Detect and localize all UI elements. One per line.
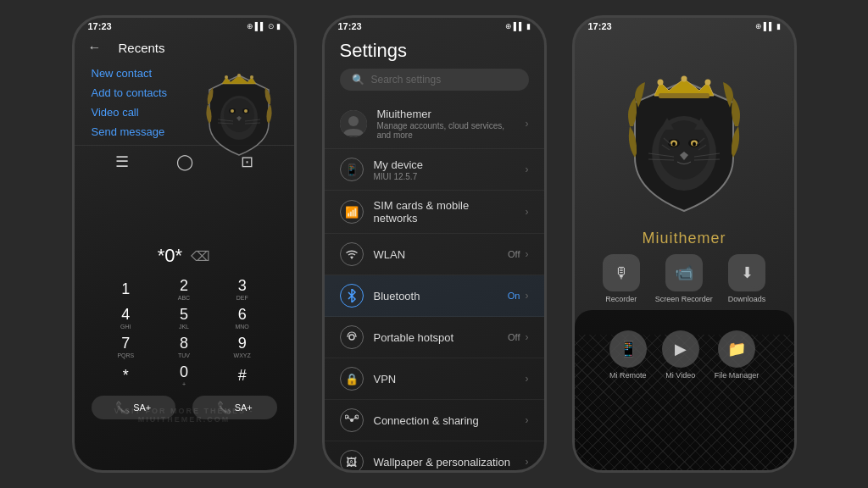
delete-icon[interactable]: ⌫ bbox=[191, 248, 210, 264]
svg-point-4 bbox=[224, 98, 254, 132]
dial-value: *0* bbox=[158, 245, 182, 267]
status-icons-2: ⊕ ▌▌ ▮ bbox=[505, 22, 531, 30]
status-time-1: 17:23 bbox=[88, 21, 112, 31]
settings-item-connection[interactable]: Connection & sharing › bbox=[325, 400, 544, 441]
battery-icon-3: ▮ bbox=[776, 22, 781, 30]
status-icons-1: ⊕ ▌▌ ⊙ ▮ bbox=[247, 22, 281, 30]
app-icon-mi-video[interactable]: ▶ Mi Video bbox=[662, 330, 699, 380]
dial-key-4[interactable]: 4GHI bbox=[99, 306, 153, 330]
hotspot-icon bbox=[340, 325, 364, 349]
bluetooth-icon-settings bbox=[340, 284, 364, 308]
nav-menu[interactable]: ☰ bbox=[115, 152, 129, 171]
settings-item-sim[interactable]: 📶 SIM cards & mobile networks › bbox=[325, 191, 544, 234]
recorder-label: Recorder bbox=[605, 295, 637, 303]
chevron-icon-device: › bbox=[526, 164, 529, 175]
sim-icon: 📶 bbox=[340, 200, 364, 224]
call-btn-2[interactable]: 📞 SA+ bbox=[192, 396, 277, 419]
wlan-status: Off bbox=[508, 249, 520, 259]
svg-point-21 bbox=[658, 80, 664, 86]
dial-key-7[interactable]: 7PQRS bbox=[99, 335, 153, 358]
svg-point-2 bbox=[250, 75, 253, 79]
status-bar-1: 17:23 ⊕ ▌▌ ⊙ ▮ bbox=[75, 18, 294, 35]
chevron-icon-sim: › bbox=[526, 206, 529, 218]
wifi-icon: ⊙ bbox=[268, 22, 275, 30]
svg-rect-24 bbox=[659, 93, 709, 98]
app-icon-screen-recorder[interactable]: 📹 Screen Recorder bbox=[655, 254, 713, 303]
app-icon-downloads[interactable]: ⬇ Downloads bbox=[728, 254, 766, 303]
phone-1: 17:23 ⊕ ▌▌ ⊙ ▮ ← Recents New contact Add… bbox=[72, 15, 297, 473]
nav-home[interactable]: ◯ bbox=[176, 152, 193, 171]
miuithemer-avatar bbox=[340, 110, 367, 137]
svg-point-23 bbox=[705, 80, 711, 86]
chevron-icon-bluetooth: › bbox=[526, 290, 529, 302]
chevron-icon-hotspot: › bbox=[526, 331, 529, 343]
call-label-2: SA+ bbox=[235, 402, 253, 413]
svg-point-15 bbox=[349, 335, 354, 340]
mi-remote-label: Mi Remote bbox=[609, 371, 647, 380]
wlan-text: WLAN bbox=[374, 248, 498, 261]
miuithemer-text: Miuithemer Manage accounts, cloud servic… bbox=[377, 108, 515, 140]
dial-key-star[interactable]: * bbox=[99, 363, 153, 387]
dial-bottom: 📞 SA+ 📞 SA+ bbox=[75, 396, 294, 419]
call-icon-1: 📞 bbox=[115, 401, 130, 414]
settings-item-bluetooth[interactable]: Bluetooth On › bbox=[325, 275, 544, 317]
app-icon-mi-remote[interactable]: 📱 Mi Remote bbox=[609, 330, 647, 380]
bluetooth-icon-3: ⊕ bbox=[755, 22, 762, 30]
signal-icon-2: ▌▌ bbox=[514, 22, 525, 30]
svg-point-1 bbox=[237, 74, 241, 77]
settings-item-miuithemer[interactable]: Miuithemer Manage accounts, cloud servic… bbox=[325, 99, 544, 149]
wlan-label: WLAN bbox=[374, 248, 498, 261]
search-bar[interactable]: 🔍 Search settings bbox=[340, 69, 529, 91]
screen-title: Recents bbox=[119, 41, 165, 55]
my-device-label: My device bbox=[374, 158, 515, 171]
settings-item-hotspot[interactable]: Portable hotspot Off › bbox=[325, 317, 544, 358]
dial-key-0[interactable]: 0+ bbox=[158, 363, 211, 387]
wallpaper-icon: 🖼 bbox=[340, 450, 364, 470]
dial-key-3[interactable]: 3DEF bbox=[215, 277, 269, 301]
settings-item-wlan[interactable]: WLAN Off › bbox=[325, 234, 544, 275]
svg-point-22 bbox=[682, 76, 687, 82]
dial-key-1[interactable]: 1 bbox=[99, 277, 153, 301]
wallpaper-text: Wallpaper & personalization bbox=[374, 456, 515, 469]
dial-key-8[interactable]: 8TUV bbox=[158, 335, 211, 358]
app-icon-file-manager[interactable]: 📁 File Manager bbox=[715, 330, 760, 380]
bottom-panel: 📱 Mi Remote ▶ Mi Video 📁 File Manager bbox=[575, 310, 794, 470]
status-bar-2: 17:23 ⊕ ▌▌ ▮ bbox=[325, 18, 544, 35]
dial-key-hash[interactable]: # bbox=[215, 363, 269, 387]
hotspot-right: Off › bbox=[508, 331, 528, 343]
home-tiger-area bbox=[575, 35, 794, 255]
svg-point-31 bbox=[672, 142, 676, 147]
phone1-content: ← Recents New contact Add to contacts Vi… bbox=[75, 35, 294, 470]
miuithemer-sub: Manage accounts, cloud services, and mor… bbox=[377, 121, 515, 140]
settings-list: Miuithemer Manage accounts, cloud servic… bbox=[325, 99, 544, 470]
svg-point-8 bbox=[244, 109, 248, 113]
call-label-1: SA+ bbox=[133, 402, 151, 413]
chevron-icon-connection: › bbox=[526, 414, 529, 426]
settings-item-wallpaper[interactable]: 🖼 Wallpaper & personalization › bbox=[325, 441, 544, 470]
tiger-emblem-1 bbox=[192, 69, 286, 162]
hotspot-text: Portable hotspot bbox=[374, 331, 498, 344]
hotspot-label: Portable hotspot bbox=[374, 331, 498, 344]
battery-icon-2: ▮ bbox=[526, 22, 531, 30]
phone-3: 17:23 ⊕ ▌▌ ▮ bbox=[572, 15, 797, 473]
connection-icon bbox=[340, 408, 364, 432]
svg-point-32 bbox=[693, 142, 696, 147]
downloads-label: Downloads bbox=[728, 295, 766, 303]
status-bar-3: 17:23 ⊕ ▌▌ ▮ bbox=[575, 18, 794, 35]
svg-point-0 bbox=[225, 75, 228, 79]
dial-display: *0* ⌫ bbox=[158, 245, 210, 267]
status-time-2: 17:23 bbox=[338, 21, 362, 31]
search-icon: 🔍 bbox=[352, 74, 364, 86]
dial-key-9[interactable]: 9WXYZ bbox=[215, 335, 269, 358]
settings-item-vpn[interactable]: 🔒 VPN › bbox=[325, 358, 544, 400]
dial-key-6[interactable]: 6MNO bbox=[215, 306, 269, 330]
hotspot-status: Off bbox=[508, 332, 520, 342]
app-icon-recorder[interactable]: 🎙 Recorder bbox=[603, 254, 640, 303]
back-button[interactable]: ← bbox=[88, 40, 102, 55]
dial-key-2[interactable]: 2ABC bbox=[158, 277, 211, 301]
chevron-icon-wallpaper: › bbox=[526, 456, 529, 468]
mi-video-icon: ▶ bbox=[662, 330, 699, 368]
dial-key-5[interactable]: 5JKL bbox=[158, 306, 211, 330]
settings-item-my-device[interactable]: 📱 My device MIUI 12.5.7 › bbox=[325, 149, 544, 191]
call-btn-1[interactable]: 📞 SA+ bbox=[92, 396, 176, 419]
